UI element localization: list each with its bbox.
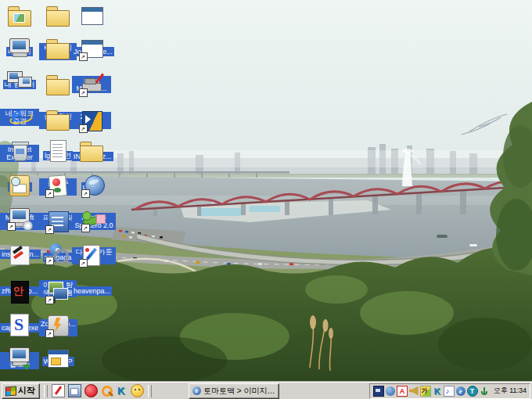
icon-glyph [80,173,108,198]
korean-ime-icon[interactable] [420,386,431,397]
icon-glyph [44,36,72,61]
icon-glyph [77,108,106,133]
icon-glyph [44,240,72,265]
icon-glyph [5,243,34,268]
icon-glyph [5,138,34,164]
shortcut-arrow-icon [45,257,54,265]
quick-launch-bar [50,384,146,397]
internet-icon[interactable] [456,386,466,396]
icon-glyph [44,313,72,338]
icon-glyph [44,346,72,371]
shortcut-arrow-icon [45,189,54,198]
network-globe-icon[interactable] [386,386,395,396]
shortcut-arrow-icon [81,224,90,232]
download-anchor-icon[interactable] [480,386,489,396]
icon-glyph [5,206,34,231]
icon-glyph [5,3,34,28]
media-player-icon[interactable] [84,384,98,397]
compose-mail-icon[interactable] [52,384,65,397]
system-tray: 오후 11:34 [369,383,530,399]
antivirus-v3-icon[interactable] [397,386,408,397]
icon-glyph [44,107,72,132]
icon-glyph [80,207,108,232]
shortcut-arrow-icon [79,88,88,97]
tray-icon-group [373,386,489,397]
icon-glyph [5,105,34,130]
shortcut-arrow-icon [45,329,54,338]
icon-glyph [5,312,34,337]
volume-icon[interactable] [409,386,419,396]
music-app-icon[interactable] [444,386,455,397]
icon-glyph [44,72,72,97]
icon-glyph [77,72,106,97]
shortcut-arrow-icon [79,52,88,61]
windows-flag-icon [6,386,16,395]
icon-glyph [77,3,106,28]
icon-glyph [77,138,106,164]
shortcut-arrow-icon [7,222,16,231]
icon-label: heavenpa... [72,286,112,296]
icon-glyph [5,36,34,61]
icon-glyph [77,36,106,61]
icon-glyph [5,345,34,370]
tv-app-icon[interactable] [373,386,384,397]
shortcut-arrow-icon [45,225,54,234]
icon-glyph [44,279,72,304]
task-window-button[interactable]: e 토마토맥 > 이미지방 1... [189,383,279,399]
show-desktop-icon[interactable] [68,384,81,397]
internet-explorer-icon: e [192,386,201,395]
shortcut-arrow-icon [79,124,88,133]
t-service-icon[interactable] [467,386,478,397]
messenger-face-icon[interactable] [131,384,144,397]
start-button-label: 시작 [18,385,35,397]
icon-glyph [44,3,72,28]
task-window-label: 토마토맥 > 이미지방 1... [203,386,275,397]
search-icon[interactable] [101,385,113,397]
icon-glyph [5,279,34,304]
shortcut-arrow-icon [45,296,54,304]
k-app-icon[interactable] [116,385,128,397]
icon-glyph [5,173,34,198]
taskbar: 시작 e 토마토맥 > 이미지방 1... 오후 11:34 [0,382,532,399]
desktop-icon-heavenpa[interactable]: heavenpa... [72,243,111,297]
taskbar-grip [148,385,152,397]
shortcut-arrow-icon [81,189,90,198]
desktop[interactable]: 내 문서 바로가기모음 JournalVie... 내 컴퓨터 [0,0,532,399]
desktop-icon-grid: 내 문서 바로가기모음 JournalVie... 내 컴퓨터 [0,0,133,382]
icon-glyph [44,209,72,234]
shortcut-arrow-icon [79,259,88,268]
start-button[interactable]: 시작 [2,383,40,399]
clock[interactable]: 오후 11:34 [494,386,527,396]
k-messenger-icon[interactable] [433,386,442,396]
icon-glyph [77,243,106,268]
taskbar-grip [44,385,48,397]
icon-glyph [5,69,34,94]
icon-glyph [44,138,72,164]
icon-glyph [44,173,72,198]
